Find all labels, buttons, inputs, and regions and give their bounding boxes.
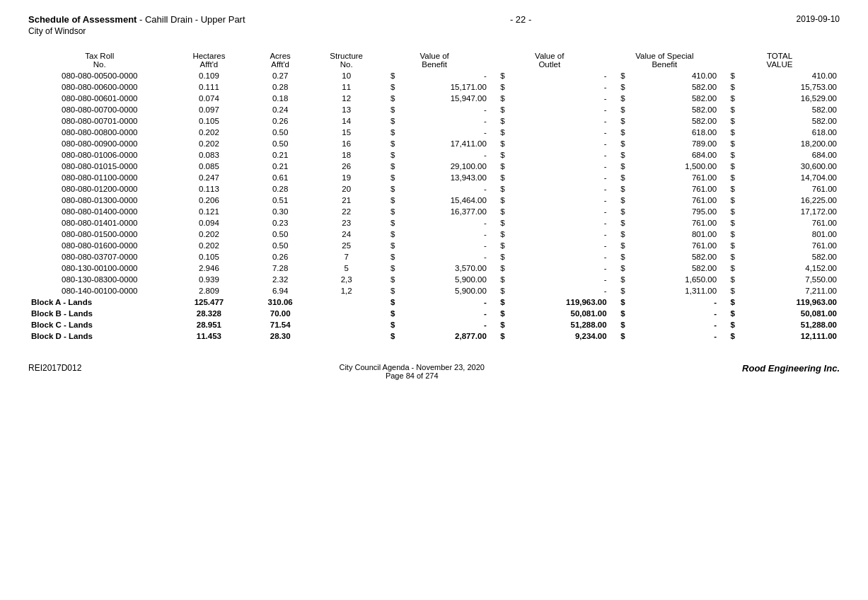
cell-vob: - — [398, 251, 490, 262]
cell-vsb-dollar: $ — [610, 262, 628, 274]
cell-total-dollar: $ — [719, 330, 738, 342]
table-row: 080-130-00100-0000 2.946 7.28 5 $ 3,570.… — [28, 262, 840, 274]
cell-vob: - — [398, 104, 490, 115]
cell-total-dollar: $ — [719, 296, 738, 308]
cell-vsb: - — [628, 330, 720, 342]
cell-voo-dollar: $ — [490, 127, 508, 138]
cell-hectares: 0.074 — [170, 93, 247, 104]
cell-vob-dollar: $ — [379, 115, 398, 127]
cell-vsb-dollar: $ — [610, 104, 628, 115]
cell-total: 761.00 — [738, 240, 840, 251]
cell-acres: 0.24 — [247, 104, 313, 115]
cell-vsb-dollar: $ — [610, 206, 628, 217]
cell-structure: 1,2 — [313, 285, 380, 296]
cell-vob-dollar: $ — [379, 330, 398, 342]
table-row: Block A - Lands 125.477 310.06 $ - $ 119… — [28, 296, 840, 308]
cell-hectares: 28.951 — [170, 319, 247, 330]
cell-total-dollar: $ — [719, 70, 738, 81]
col-header-structure: Structure No. — [313, 50, 380, 70]
cell-voo: 9,234.00 — [508, 330, 610, 342]
cell-structure: 18 — [313, 149, 380, 161]
table-row: 080-080-00500-0000 0.109 0.27 10 $ - $ -… — [28, 70, 840, 81]
cell-vob: - — [398, 319, 490, 330]
table-row: 080-080-00900-0000 0.202 0.50 16 $ 17,41… — [28, 138, 840, 149]
table-row: 080-080-01400-0000 0.121 0.30 22 $ 16,37… — [28, 206, 840, 217]
cell-hectares: 0.121 — [170, 206, 247, 217]
page-footer: REI2017D012 City Council Agenda - Novemb… — [28, 363, 840, 380]
cell-total-dollar: $ — [719, 172, 738, 183]
cell-total-dollar: $ — [719, 319, 738, 330]
cell-vob-dollar: $ — [379, 251, 398, 262]
cell-vsb-dollar: $ — [610, 183, 628, 195]
table-row: 080-080-01200-0000 0.113 0.28 20 $ - $ -… — [28, 183, 840, 195]
cell-hectares: 0.097 — [170, 104, 247, 115]
cell-taxroll: 080-080-01200-0000 — [28, 183, 170, 195]
cell-acres: 0.50 — [247, 229, 313, 240]
cell-voo-dollar: $ — [490, 138, 508, 149]
col-header-hectares: Hectares Afft'd — [170, 50, 247, 70]
table-row: 080-080-01401-0000 0.094 0.23 23 $ - $ -… — [28, 217, 840, 229]
cell-total-dollar: $ — [719, 229, 738, 240]
cell-voo: - — [508, 262, 610, 274]
cell-vob-dollar: $ — [379, 149, 398, 161]
cell-taxroll: 080-080-00900-0000 — [28, 138, 170, 149]
cell-vob: 16,377.00 — [398, 206, 490, 217]
cell-taxroll: Block C - Lands — [28, 319, 170, 330]
cell-vob-dollar: $ — [379, 319, 398, 330]
cell-vob-dollar: $ — [379, 240, 398, 251]
cell-total-dollar: $ — [719, 308, 738, 319]
cell-voo-dollar: $ — [490, 274, 508, 285]
cell-taxroll: 080-130-00100-0000 — [28, 262, 170, 274]
cell-acres: 0.21 — [247, 149, 313, 161]
table-row: 080-080-01100-0000 0.247 0.61 19 $ 13,94… — [28, 172, 840, 183]
cell-vsb-dollar: $ — [610, 319, 628, 330]
cell-vob: 5,900.00 — [398, 285, 490, 296]
cell-structure: 7 — [313, 251, 380, 262]
cell-acres: 0.50 — [247, 240, 313, 251]
cell-acres: 6.94 — [247, 285, 313, 296]
table-row: 080-080-00701-0000 0.105 0.26 14 $ - $ -… — [28, 115, 840, 127]
cell-structure — [313, 319, 380, 330]
cell-total: 16,225.00 — [738, 195, 840, 206]
table-row: 080-080-03707-0000 0.105 0.26 7 $ - $ - … — [28, 251, 840, 262]
cell-total: 410.00 — [738, 70, 840, 81]
title-bold: Schedule of Assessment — [28, 14, 137, 25]
cell-vob: - — [398, 217, 490, 229]
cell-total-dollar: $ — [719, 195, 738, 206]
cell-vob: - — [398, 229, 490, 240]
cell-total-dollar: $ — [719, 104, 738, 115]
cell-acres: 0.26 — [247, 251, 313, 262]
page-container: Schedule of Assessment - Cahill Drain - … — [28, 14, 840, 380]
cell-vsb: 582.00 — [628, 262, 720, 274]
cell-vsb-dollar: $ — [610, 127, 628, 138]
cell-total: 7,211.00 — [738, 285, 840, 296]
cell-voo: - — [508, 229, 610, 240]
cell-taxroll: 080-080-01015-0000 — [28, 161, 170, 172]
cell-voo-dollar: $ — [490, 81, 508, 93]
cell-acres: 0.28 — [247, 183, 313, 195]
cell-voo: - — [508, 240, 610, 251]
cell-vsb-dollar: $ — [610, 93, 628, 104]
cell-voo: - — [508, 138, 610, 149]
page-number: - 22 - — [510, 14, 531, 25]
cell-acres: 0.50 — [247, 127, 313, 138]
cell-total: 51,288.00 — [738, 319, 840, 330]
cell-total: 4,152.00 — [738, 262, 840, 274]
cell-acres: 71.54 — [247, 319, 313, 330]
cell-vob-dollar: $ — [379, 229, 398, 240]
cell-vob: - — [398, 127, 490, 138]
cell-total-dollar: $ — [719, 127, 738, 138]
cell-vsb-dollar: $ — [610, 81, 628, 93]
cell-voo-dollar: $ — [490, 285, 508, 296]
cell-vsb-dollar: $ — [610, 172, 628, 183]
cell-taxroll: 080-080-00500-0000 — [28, 70, 170, 81]
cell-voo: - — [508, 70, 610, 81]
cell-vob-dollar: $ — [379, 296, 398, 308]
cell-vsb: 801.00 — [628, 229, 720, 240]
cell-total: 684.00 — [738, 149, 840, 161]
cell-voo-dollar: $ — [490, 296, 508, 308]
cell-vsb: 761.00 — [628, 240, 720, 251]
cell-total: 12,111.00 — [738, 330, 840, 342]
cell-voo: - — [508, 93, 610, 104]
cell-vsb: 618.00 — [628, 127, 720, 138]
